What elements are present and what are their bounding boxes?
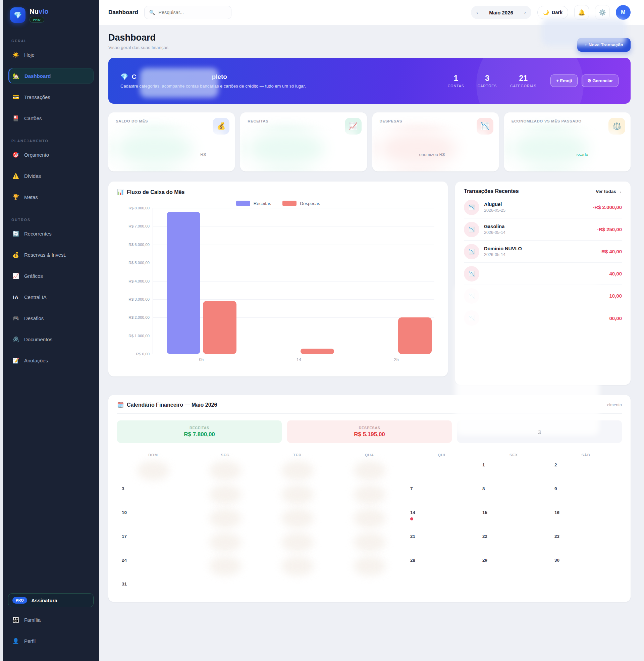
calendar-date: 21 [410, 534, 415, 539]
banner-stat-value: 3 [478, 74, 497, 83]
calendar-cell[interactable] [478, 578, 550, 602]
calendar-cell[interactable] [334, 459, 406, 483]
sidebar-item-dashboard[interactable]: 🏡Dashboard [8, 68, 94, 84]
calendar-cell[interactable] [334, 578, 406, 602]
calendar-date: 24 [122, 558, 127, 563]
stat-card-saldo-do-m-s: SALDO DO MÊS💰R$ [108, 112, 235, 172]
calendar-cell[interactable] [189, 554, 261, 578]
calendar-cell[interactable] [406, 459, 478, 483]
emoji-button[interactable]: + Emoji [550, 74, 578, 87]
calendar-cell[interactable]: 30 [550, 554, 622, 578]
calendar-cell[interactable] [334, 554, 406, 578]
banner-stat: 3CARTÕES [478, 74, 497, 88]
new-transaction-button[interactable]: + Nova Transação [577, 38, 630, 52]
calendar-cell[interactable]: 22 [478, 530, 550, 554]
calendar-cell[interactable] [189, 459, 261, 483]
calendar-cell[interactable]: 17 [117, 530, 189, 554]
calendar-cell[interactable]: 7 [406, 483, 478, 507]
stat-card-title: DESPESAS [380, 119, 460, 123]
calendar-summary: RECEITASR$ 7.800,00DESPESASR$ 5.195,003 [117, 420, 622, 443]
manage-button[interactable]: ⚙ Gerenciar [582, 74, 619, 87]
calendar-cell[interactable] [550, 578, 622, 602]
calendar-cell[interactable] [261, 554, 334, 578]
transaction-row[interactable]: 📉00,00 [464, 307, 622, 329]
transaction-info: Aluguel2026-05-25 [484, 202, 505, 213]
sidebar-item-reservas-invest-[interactable]: 💰Reservas & Invest. [8, 247, 94, 263]
calendar-cell[interactable] [261, 507, 334, 530]
sidebar-item-recorrentes[interactable]: 🔄Recorrentes [8, 226, 94, 241]
calendar-cell[interactable] [261, 483, 334, 507]
next-month-icon[interactable]: › [524, 10, 526, 15]
transaction-row[interactable]: 📉Gasolina2026-05-14-R$ 250,00 [464, 219, 622, 241]
calendar-cell[interactable]: 8 [478, 483, 550, 507]
calendar-date: 8 [482, 486, 485, 491]
calendar-cell[interactable] [189, 507, 261, 530]
calendar-cell[interactable]: 14 [406, 507, 478, 530]
calendar-cell[interactable] [261, 459, 334, 483]
calendar-cell[interactable]: 16 [550, 507, 622, 530]
legend-item-despesas: Despesas [282, 201, 320, 206]
prev-month-icon[interactable]: ‹ [476, 10, 478, 15]
calendar-cell[interactable] [334, 530, 406, 554]
calendar-cell[interactable] [189, 530, 261, 554]
sidebar-item-gr-ficos[interactable]: 📈Gráficos [8, 268, 94, 283]
calendar-cell[interactable]: 1 [478, 459, 550, 483]
calendar-cell[interactable]: 31 [117, 578, 189, 602]
family-icon: 👨‍👩‍👧 [12, 617, 20, 623]
sidebar-item-central-ia[interactable]: IACentral IA [8, 289, 94, 305]
calendar-cell[interactable]: 3 [117, 483, 189, 507]
calendar-cell[interactable]: 28 [406, 554, 478, 578]
sidebar-item-documentos[interactable]: 🖇️Documentos [8, 332, 94, 347]
calendar-cell[interactable]: 10 [117, 507, 189, 530]
search-input[interactable] [158, 10, 226, 15]
calendar-cell[interactable] [334, 507, 406, 530]
calendar-cell[interactable]: 2 [550, 459, 622, 483]
sidebar-item-desafios[interactable]: 🎮Desafios [8, 310, 94, 326]
recent-transactions-card: Transações Recentes Ver todas → 📉Aluguel… [455, 182, 630, 385]
sidebar-item-assinatura[interactable]: PRO Assinatura [8, 593, 94, 607]
settings-button[interactable]: ⚙️ [595, 5, 610, 20]
search-box[interactable]: 🔍 [144, 6, 231, 19]
calendar-cell[interactable] [189, 483, 261, 507]
theme-toggle[interactable]: 🌙 Dark [537, 6, 568, 19]
sidebar-item-cart-es[interactable]: 🎴Cartões [8, 110, 94, 126]
stat-card-title: ECONOMIZADO VS MÊS PASSADO [511, 119, 592, 123]
calendar-cell[interactable] [261, 530, 334, 554]
sidebar-item-metas[interactable]: 🏆Metas [8, 189, 94, 205]
sidebar-item-or-amento[interactable]: 🎯Orçamento [8, 147, 94, 162]
sidebar-item-familia[interactable]: 👨‍👩‍👧 Família [8, 612, 94, 628]
breadcrumb: Dashboard [108, 9, 138, 16]
page-scrollbar[interactable] [0, 0, 3, 661]
avatar[interactable]: M [616, 5, 630, 20]
sidebar-item-anota-es[interactable]: 📝Anotações [8, 352, 94, 368]
brand[interactable]: 💎 Nuvlo PRO [8, 6, 94, 31]
sidebar-item-hoje[interactable]: ☀️Hoje [8, 47, 94, 62]
calendar-cell[interactable]: 24 [117, 554, 189, 578]
calendar-cell[interactable]: 21 [406, 530, 478, 554]
transaction-row[interactable]: 📉40,00 [464, 263, 622, 285]
sidebar-item-transa-es[interactable]: 💳Transações [8, 89, 94, 105]
menu-item-icon: 🔄 [12, 230, 20, 237]
view-all-link[interactable]: Ver todas → [596, 189, 622, 194]
transaction-row[interactable]: 📉Aluguel2026-05-25-R$ 2.000,00 [464, 196, 622, 219]
chart-x-tick: 05 [199, 357, 204, 362]
sidebar-item-perfil[interactable]: 👤 Perfil [8, 633, 94, 648]
setup-banner: 💎 C pleto Cadastre categorias, acompanhe… [108, 58, 630, 104]
calendar-cell[interactable]: 9 [550, 483, 622, 507]
transaction-row[interactable]: 📉10,00 [464, 285, 622, 307]
sidebar-section-label: PLANEJAMENTO [8, 132, 94, 147]
calendar-cell[interactable]: 23 [550, 530, 622, 554]
transaction-info: Dominio NUVLO2026-05-14 [484, 246, 522, 257]
sidebar-item-d-vidas[interactable]: ⚠️Dívidas [8, 168, 94, 184]
calendar-cell[interactable]: 15 [478, 507, 550, 530]
transaction-name: Gasolina [484, 224, 505, 229]
notifications-button[interactable]: 🔔 [574, 5, 589, 20]
sidebar-item-label: Central IA [24, 294, 47, 300]
calendar-cell[interactable] [406, 578, 478, 602]
calendar-cell[interactable] [261, 578, 334, 602]
calendar-cell[interactable] [334, 483, 406, 507]
calendar-cell[interactable] [189, 578, 261, 602]
transaction-row[interactable]: 📉Dominio NUVLO2026-05-14-R$ 40,00 [464, 241, 622, 263]
calendar-cell[interactable] [117, 459, 189, 483]
calendar-cell[interactable]: 29 [478, 554, 550, 578]
